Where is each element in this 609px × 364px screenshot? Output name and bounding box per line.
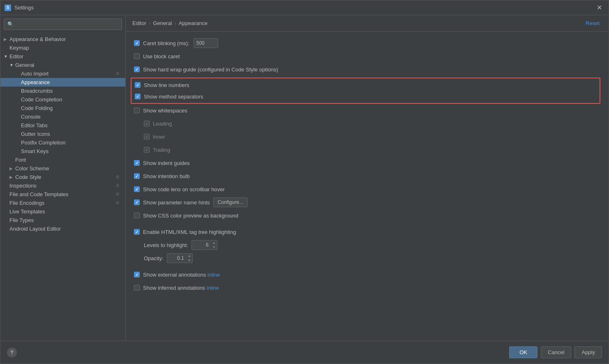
show-intention-bulb-wrapper[interactable]: Show intention bulb [134, 173, 189, 179]
expand-arrow: ▶ [4, 37, 9, 41]
opacity-input[interactable] [167, 253, 187, 263]
show-inf-annotations-checkbox[interactable] [134, 285, 140, 291]
action-buttons: OK Cancel Apply [509, 346, 602, 358]
trailing-wrapper[interactable]: Trailing [144, 147, 170, 153]
show-code-lens-wrapper[interactable]: Show code lens on scrollbar hover [134, 186, 225, 192]
inner-wrapper[interactable]: Inner [144, 134, 165, 140]
show-line-numbers-label: Show line numbers [144, 82, 189, 88]
show-indent-guides-checkbox[interactable] [134, 160, 140, 166]
sidebar-item-file-encodings[interactable]: File Encodings ⚙ [0, 199, 125, 207]
levels-highlight-input[interactable] [191, 240, 211, 250]
sidebar-item-appearance-behavior[interactable]: ▶ Appearance & Behavior [0, 35, 125, 43]
caret-blinking-checkbox-wrapper[interactable]: Caret blinking (ms): [134, 40, 189, 46]
use-block-caret-wrapper[interactable]: Use block caret [134, 53, 180, 60]
sidebar-item-console[interactable]: Console [0, 112, 125, 121]
expand-arrow: ▶ [9, 166, 15, 171]
show-intention-bulb-checkbox[interactable] [134, 173, 140, 179]
ok-button[interactable]: OK [509, 346, 537, 358]
config-icon: ⚙ [115, 174, 122, 180]
app-icon: S [5, 5, 11, 11]
spacer-2 [134, 266, 600, 270]
caret-blinking-input[interactable] [194, 38, 218, 48]
help-button[interactable]: ? [7, 348, 17, 357]
search-box[interactable]: 🔍 [4, 18, 122, 30]
enable-html-xml-checkbox[interactable] [134, 229, 140, 235]
caret-blinking-checkbox[interactable] [134, 40, 140, 46]
show-whitespaces-checkbox[interactable] [134, 108, 140, 113]
inner-checkbox[interactable] [144, 134, 150, 140]
show-css-preview-wrapper[interactable]: Show CSS color preview as background [134, 213, 238, 219]
sidebar-item-appearance[interactable]: Appearance [0, 78, 125, 87]
show-param-hints-checkbox[interactable] [134, 199, 140, 205]
show-inf-annotations-label: Show inferred annotations inline [143, 285, 219, 291]
show-hard-wrap-checkbox[interactable] [134, 66, 140, 72]
show-indent-guides-row: Show indent guides [134, 158, 600, 168]
opacity-spinner-up[interactable]: ▲ [187, 254, 192, 258]
sidebar-item-editor-tabs[interactable]: Editor Tabs [0, 121, 125, 130]
sidebar-item-general[interactable]: ▼ General [0, 61, 125, 69]
show-method-sep-wrapper[interactable]: Show method separators [135, 94, 203, 100]
sidebar-item-breadcrumbs[interactable]: Breadcrumbs [0, 87, 125, 95]
sidebar-item-editor[interactable]: ▼ Editor [0, 52, 125, 61]
show-inf-annotations-wrapper[interactable]: Show inferred annotations inline [134, 285, 219, 291]
apply-button[interactable]: Apply [574, 346, 602, 358]
show-method-sep-checkbox[interactable] [135, 94, 141, 99]
sidebar-item-code-style[interactable]: ▶ Code Style ⚙ [0, 173, 125, 181]
show-param-hints-wrapper[interactable]: Show parameter name hints [134, 199, 210, 206]
opacity-spinner-down[interactable]: ▼ [187, 258, 192, 263]
config-icon: ⚙ [115, 200, 122, 206]
sidebar-item-inspections[interactable]: Inspections ⚙ [0, 181, 125, 190]
levels-highlight-spinner[interactable]: ▲ ▼ [191, 240, 217, 250]
leading-wrapper[interactable]: Leading [144, 121, 172, 127]
use-block-caret-row: Use block caret [134, 51, 600, 61]
sidebar-item-font[interactable]: Font [0, 156, 125, 164]
levels-highlight-label: Levels to highlight: [144, 242, 188, 248]
sidebar-item-keymap[interactable]: Keymap [0, 43, 125, 52]
sidebar: 🔍 ▶ Appearance & Behavior Keymap ▼ Edi [0, 15, 126, 341]
settings-window: S Settings ✕ 🔍 ▶ Appearance & Behavior K… [0, 0, 609, 364]
show-line-numbers-checkbox[interactable] [135, 82, 141, 88]
close-button[interactable]: ✕ [594, 3, 604, 12]
spinner-up[interactable]: ▲ [211, 240, 217, 245]
highlight-group: Show line numbers Show method separators [131, 78, 600, 104]
sidebar-item-color-scheme[interactable]: ▶ Color Scheme [0, 164, 125, 173]
sidebar-item-file-code-templates[interactable]: File and Code Templates ⚙ [0, 190, 125, 199]
show-param-hints-row: Show parameter name hints Configure... [134, 197, 600, 207]
cancel-button[interactable]: Cancel [541, 346, 571, 358]
bottom-bar: ? OK Cancel Apply [0, 341, 609, 364]
enable-html-xml-wrapper[interactable]: Enable HTML/XML tag tree highlighting [134, 229, 236, 235]
breadcrumb: Editor › General › Appearance [132, 20, 208, 26]
show-indent-guides-label: Show indent guides [143, 160, 189, 166]
show-hard-wrap-wrapper[interactable]: Show hard wrap guide (configured in Code… [134, 66, 278, 73]
show-indent-guides-wrapper[interactable]: Show indent guides [134, 160, 189, 166]
sidebar-item-postfix-completion[interactable]: Postfix Completion [0, 138, 125, 147]
show-whitespaces-wrapper[interactable]: Show whitespaces [134, 108, 187, 114]
search-input[interactable] [16, 21, 118, 27]
show-intention-bulb-label: Show intention bulb [143, 173, 189, 179]
opacity-spinner-arrows: ▲ ▼ [187, 253, 193, 263]
sidebar-item-code-folding[interactable]: Code Folding [0, 104, 125, 112]
spinner-arrows: ▲ ▼ [211, 240, 217, 250]
sidebar-item-live-templates[interactable]: Live Templates [0, 207, 125, 216]
show-css-preview-checkbox[interactable] [134, 213, 140, 218]
sidebar-item-android-layout-editor[interactable]: Android Layout Editor [0, 224, 125, 233]
opacity-spinner[interactable]: ▲ ▼ [167, 253, 193, 263]
sidebar-item-smart-keys[interactable]: Smart Keys [0, 147, 125, 156]
reset-button[interactable]: Reset [583, 19, 602, 27]
sidebar-item-auto-import[interactable]: Auto Import ⚙ [0, 69, 125, 78]
show-ext-annotations-wrapper[interactable]: Show external annotations inline [134, 272, 220, 278]
spinner-down[interactable]: ▼ [211, 245, 217, 250]
trailing-checkbox[interactable] [144, 147, 150, 153]
sidebar-item-code-completion[interactable]: Code Completion [0, 95, 125, 104]
show-ext-annotations-checkbox[interactable] [134, 272, 140, 277]
use-block-caret-checkbox[interactable] [134, 53, 140, 59]
sidebar-item-file-types[interactable]: File Types [0, 216, 125, 224]
show-line-numbers-wrapper[interactable]: Show line numbers [135, 82, 189, 88]
enable-html-xml-row: Enable HTML/XML tag tree highlighting [134, 227, 600, 237]
leading-checkbox[interactable] [144, 121, 150, 126]
show-code-lens-checkbox[interactable] [134, 186, 140, 192]
sidebar-item-gutter-icons[interactable]: Gutter Icons [0, 130, 125, 138]
show-method-sep-row: Show method separators [135, 92, 596, 101]
configure-button[interactable]: Configure... [213, 197, 248, 207]
show-inf-annotations-row: Show inferred annotations inline [134, 283, 600, 293]
